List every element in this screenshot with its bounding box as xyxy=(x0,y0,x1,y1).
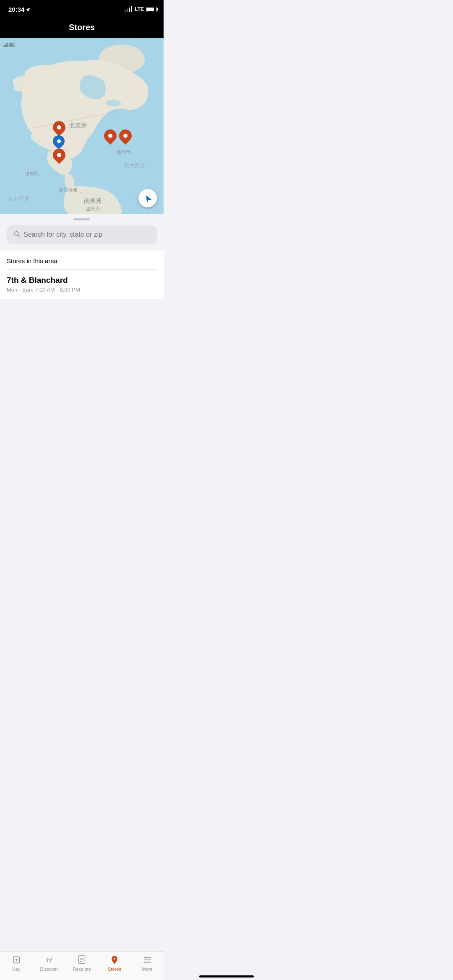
svg-point-7 xyxy=(15,232,18,235)
compass-icon xyxy=(143,194,152,203)
signal-bar-3 xyxy=(129,8,130,12)
battery-icon xyxy=(146,7,157,12)
signal-bar-2 xyxy=(127,9,128,12)
stores-section: Stores in this area 7th & Blanchard Mon … xyxy=(0,251,164,299)
search-section xyxy=(0,224,164,251)
map-label-south-pacific: 南太平洋 xyxy=(8,195,29,203)
nav-header: Stores xyxy=(0,18,164,38)
signal-bars xyxy=(125,7,132,12)
store-name: 7th & Blanchard xyxy=(7,276,157,285)
map-label-new-york: 纽约市 xyxy=(117,149,130,155)
drag-handle-bar xyxy=(73,218,90,220)
navigation-button[interactable] xyxy=(138,189,157,207)
search-bar[interactable] xyxy=(7,225,157,244)
map-legal-link[interactable]: Legal xyxy=(3,41,15,47)
status-time: 20:34 xyxy=(8,6,31,13)
status-right: LTE xyxy=(125,6,157,12)
map-pin-3[interactable] xyxy=(53,149,65,161)
map-label-bogota: 波哥大 xyxy=(86,206,100,212)
lte-indicator: LTE xyxy=(135,6,144,12)
content-area: Stores in this area 7th & Blanchard Mon … xyxy=(0,214,164,336)
store-hours: Mon - Sun: 7:00 AM - 8:00 PM xyxy=(7,287,157,293)
search-icon xyxy=(13,230,20,239)
store-list-item[interactable]: 7th & Blanchard Mon - Sun: 7:00 AM - 8:0… xyxy=(7,269,157,299)
map-label-mexico-city: 墨西哥城 xyxy=(59,187,77,193)
svg-marker-6 xyxy=(143,194,151,203)
time-display: 20:34 xyxy=(8,6,24,13)
svg-point-4 xyxy=(106,100,121,106)
search-input[interactable] xyxy=(23,231,150,238)
map-pin-2[interactable] xyxy=(53,135,65,147)
status-bar: 20:34 LTE xyxy=(0,0,164,18)
map-container[interactable]: Legal 北美洲 北大西洋 南美洲 南太平洋 洛杉矶 纽约市 墨西哥城 波哥大 xyxy=(0,38,164,214)
map-label-north-america: 北美洲 xyxy=(69,122,87,129)
drag-handle[interactable] xyxy=(0,214,164,224)
stores-area-label: Stores in this area xyxy=(7,257,157,264)
signal-bar-4 xyxy=(131,6,132,12)
map-label-los-angeles: 洛杉矶 xyxy=(25,171,39,177)
location-arrow-icon xyxy=(26,7,31,12)
map-pin-5[interactable] xyxy=(119,129,132,142)
search-svg xyxy=(13,230,20,237)
map-label-south-america: 南美洲 xyxy=(84,197,102,205)
battery-fill xyxy=(147,8,154,11)
svg-line-8 xyxy=(18,235,20,237)
signal-bar-1 xyxy=(125,10,126,12)
map-pin-4[interactable] xyxy=(104,129,117,142)
page-title: Stores xyxy=(0,23,164,32)
map-label-north-atlantic: 北大西洋 xyxy=(124,162,146,169)
map-pin-1[interactable] xyxy=(53,121,65,134)
